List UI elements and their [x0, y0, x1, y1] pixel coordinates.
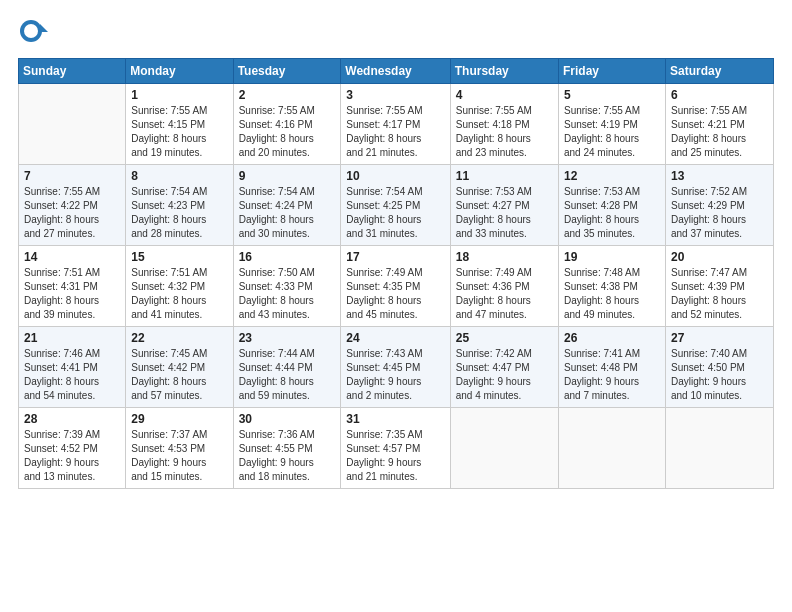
day-number: 23 [239, 331, 336, 345]
day-info: Sunrise: 7:54 AM Sunset: 4:24 PM Dayligh… [239, 185, 336, 241]
day-number: 30 [239, 412, 336, 426]
day-info: Sunrise: 7:48 AM Sunset: 4:38 PM Dayligh… [564, 266, 660, 322]
day-info: Sunrise: 7:55 AM Sunset: 4:18 PM Dayligh… [456, 104, 553, 160]
calendar-cell: 7Sunrise: 7:55 AM Sunset: 4:22 PM Daylig… [19, 165, 126, 246]
week-row-1: 7Sunrise: 7:55 AM Sunset: 4:22 PM Daylig… [19, 165, 774, 246]
header [18, 18, 774, 48]
calendar-cell [19, 84, 126, 165]
day-number: 1 [131, 88, 227, 102]
calendar-cell: 20Sunrise: 7:47 AM Sunset: 4:39 PM Dayli… [665, 246, 773, 327]
week-row-2: 14Sunrise: 7:51 AM Sunset: 4:31 PM Dayli… [19, 246, 774, 327]
calendar-cell: 25Sunrise: 7:42 AM Sunset: 4:47 PM Dayli… [450, 327, 558, 408]
day-number: 16 [239, 250, 336, 264]
calendar-cell: 18Sunrise: 7:49 AM Sunset: 4:36 PM Dayli… [450, 246, 558, 327]
day-info: Sunrise: 7:49 AM Sunset: 4:36 PM Dayligh… [456, 266, 553, 322]
day-info: Sunrise: 7:44 AM Sunset: 4:44 PM Dayligh… [239, 347, 336, 403]
day-info: Sunrise: 7:50 AM Sunset: 4:33 PM Dayligh… [239, 266, 336, 322]
calendar-cell: 21Sunrise: 7:46 AM Sunset: 4:41 PM Dayli… [19, 327, 126, 408]
calendar-cell: 10Sunrise: 7:54 AM Sunset: 4:25 PM Dayli… [341, 165, 450, 246]
day-number: 6 [671, 88, 768, 102]
day-info: Sunrise: 7:37 AM Sunset: 4:53 PM Dayligh… [131, 428, 227, 484]
week-row-0: 1Sunrise: 7:55 AM Sunset: 4:15 PM Daylig… [19, 84, 774, 165]
day-info: Sunrise: 7:45 AM Sunset: 4:42 PM Dayligh… [131, 347, 227, 403]
header-day-monday: Monday [126, 59, 233, 84]
day-number: 15 [131, 250, 227, 264]
day-info: Sunrise: 7:42 AM Sunset: 4:47 PM Dayligh… [456, 347, 553, 403]
day-number: 22 [131, 331, 227, 345]
day-info: Sunrise: 7:54 AM Sunset: 4:25 PM Dayligh… [346, 185, 444, 241]
calendar-cell: 30Sunrise: 7:36 AM Sunset: 4:55 PM Dayli… [233, 408, 341, 489]
calendar-cell: 31Sunrise: 7:35 AM Sunset: 4:57 PM Dayli… [341, 408, 450, 489]
day-info: Sunrise: 7:53 AM Sunset: 4:27 PM Dayligh… [456, 185, 553, 241]
calendar-cell: 4Sunrise: 7:55 AM Sunset: 4:18 PM Daylig… [450, 84, 558, 165]
calendar-cell: 11Sunrise: 7:53 AM Sunset: 4:27 PM Dayli… [450, 165, 558, 246]
week-row-3: 21Sunrise: 7:46 AM Sunset: 4:41 PM Dayli… [19, 327, 774, 408]
day-info: Sunrise: 7:39 AM Sunset: 4:52 PM Dayligh… [24, 428, 120, 484]
day-number: 29 [131, 412, 227, 426]
day-number: 14 [24, 250, 120, 264]
calendar-cell: 19Sunrise: 7:48 AM Sunset: 4:38 PM Dayli… [558, 246, 665, 327]
day-info: Sunrise: 7:43 AM Sunset: 4:45 PM Dayligh… [346, 347, 444, 403]
day-info: Sunrise: 7:46 AM Sunset: 4:41 PM Dayligh… [24, 347, 120, 403]
header-day-wednesday: Wednesday [341, 59, 450, 84]
calendar-body: 1Sunrise: 7:55 AM Sunset: 4:15 PM Daylig… [19, 84, 774, 489]
calendar-cell: 8Sunrise: 7:54 AM Sunset: 4:23 PM Daylig… [126, 165, 233, 246]
day-info: Sunrise: 7:41 AM Sunset: 4:48 PM Dayligh… [564, 347, 660, 403]
day-number: 2 [239, 88, 336, 102]
day-number: 4 [456, 88, 553, 102]
day-info: Sunrise: 7:55 AM Sunset: 4:16 PM Dayligh… [239, 104, 336, 160]
day-info: Sunrise: 7:51 AM Sunset: 4:32 PM Dayligh… [131, 266, 227, 322]
calendar-cell: 26Sunrise: 7:41 AM Sunset: 4:48 PM Dayli… [558, 327, 665, 408]
calendar-header: SundayMondayTuesdayWednesdayThursdayFrid… [19, 59, 774, 84]
calendar-cell: 24Sunrise: 7:43 AM Sunset: 4:45 PM Dayli… [341, 327, 450, 408]
day-number: 27 [671, 331, 768, 345]
calendar-cell: 14Sunrise: 7:51 AM Sunset: 4:31 PM Dayli… [19, 246, 126, 327]
day-info: Sunrise: 7:40 AM Sunset: 4:50 PM Dayligh… [671, 347, 768, 403]
day-number: 17 [346, 250, 444, 264]
day-info: Sunrise: 7:51 AM Sunset: 4:31 PM Dayligh… [24, 266, 120, 322]
day-info: Sunrise: 7:35 AM Sunset: 4:57 PM Dayligh… [346, 428, 444, 484]
svg-marker-2 [40, 24, 48, 32]
svg-point-1 [24, 24, 38, 38]
calendar-cell: 23Sunrise: 7:44 AM Sunset: 4:44 PM Dayli… [233, 327, 341, 408]
calendar-cell: 12Sunrise: 7:53 AM Sunset: 4:28 PM Dayli… [558, 165, 665, 246]
day-number: 19 [564, 250, 660, 264]
calendar-cell: 22Sunrise: 7:45 AM Sunset: 4:42 PM Dayli… [126, 327, 233, 408]
day-info: Sunrise: 7:36 AM Sunset: 4:55 PM Dayligh… [239, 428, 336, 484]
day-number: 12 [564, 169, 660, 183]
day-number: 20 [671, 250, 768, 264]
calendar-cell: 9Sunrise: 7:54 AM Sunset: 4:24 PM Daylig… [233, 165, 341, 246]
week-row-4: 28Sunrise: 7:39 AM Sunset: 4:52 PM Dayli… [19, 408, 774, 489]
calendar-cell: 15Sunrise: 7:51 AM Sunset: 4:32 PM Dayli… [126, 246, 233, 327]
day-number: 28 [24, 412, 120, 426]
calendar-table: SundayMondayTuesdayWednesdayThursdayFrid… [18, 58, 774, 489]
day-info: Sunrise: 7:55 AM Sunset: 4:17 PM Dayligh… [346, 104, 444, 160]
header-day-thursday: Thursday [450, 59, 558, 84]
day-number: 10 [346, 169, 444, 183]
day-info: Sunrise: 7:52 AM Sunset: 4:29 PM Dayligh… [671, 185, 768, 241]
calendar-cell: 29Sunrise: 7:37 AM Sunset: 4:53 PM Dayli… [126, 408, 233, 489]
day-info: Sunrise: 7:55 AM Sunset: 4:22 PM Dayligh… [24, 185, 120, 241]
day-info: Sunrise: 7:55 AM Sunset: 4:21 PM Dayligh… [671, 104, 768, 160]
logo [18, 18, 52, 48]
day-number: 5 [564, 88, 660, 102]
calendar-cell [665, 408, 773, 489]
day-number: 26 [564, 331, 660, 345]
calendar-cell: 2Sunrise: 7:55 AM Sunset: 4:16 PM Daylig… [233, 84, 341, 165]
calendar-cell: 5Sunrise: 7:55 AM Sunset: 4:19 PM Daylig… [558, 84, 665, 165]
day-number: 13 [671, 169, 768, 183]
day-info: Sunrise: 7:53 AM Sunset: 4:28 PM Dayligh… [564, 185, 660, 241]
day-number: 31 [346, 412, 444, 426]
calendar-cell: 17Sunrise: 7:49 AM Sunset: 4:35 PM Dayli… [341, 246, 450, 327]
logo-icon [18, 18, 48, 48]
calendar-cell: 1Sunrise: 7:55 AM Sunset: 4:15 PM Daylig… [126, 84, 233, 165]
day-info: Sunrise: 7:47 AM Sunset: 4:39 PM Dayligh… [671, 266, 768, 322]
day-number: 25 [456, 331, 553, 345]
header-day-friday: Friday [558, 59, 665, 84]
day-number: 9 [239, 169, 336, 183]
calendar-cell: 13Sunrise: 7:52 AM Sunset: 4:29 PM Dayli… [665, 165, 773, 246]
calendar-cell: 3Sunrise: 7:55 AM Sunset: 4:17 PM Daylig… [341, 84, 450, 165]
header-row: SundayMondayTuesdayWednesdayThursdayFrid… [19, 59, 774, 84]
calendar-cell [450, 408, 558, 489]
day-number: 11 [456, 169, 553, 183]
